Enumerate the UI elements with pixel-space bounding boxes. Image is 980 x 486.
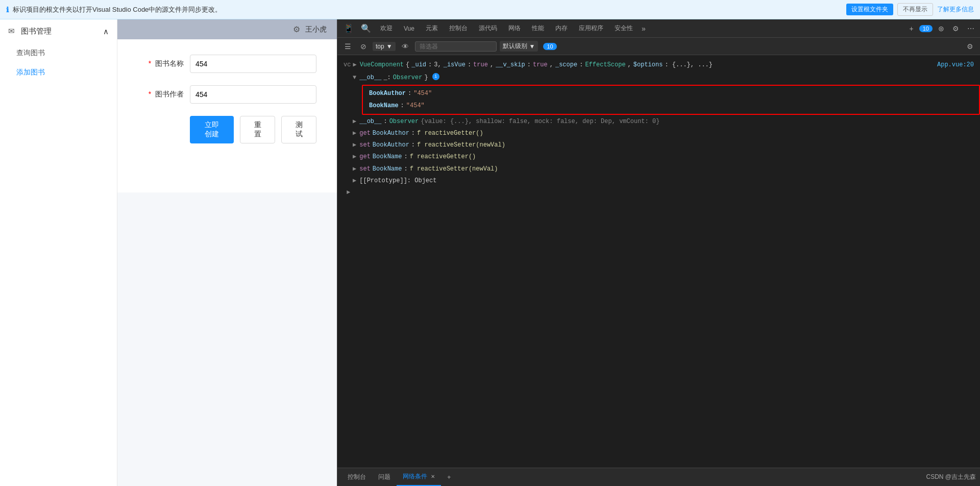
console-line-ob-expand: ▼ __ob__ _: Observer } i bbox=[347, 72, 980, 84]
main-container: ✉ 图书管理 ∧ 查询图书 添加图书 ⚙ 王小虎 bbox=[0, 19, 980, 486]
sidebar-item-query-book[interactable]: 查询图书 bbox=[0, 43, 117, 63]
tab-performance[interactable]: 性能 bbox=[527, 21, 549, 36]
book-name-key: BookName bbox=[369, 101, 399, 111]
tab-elements[interactable]: 元素 bbox=[421, 21, 443, 36]
tab-security[interactable]: 安全性 bbox=[609, 21, 638, 36]
device-icon[interactable]: 📱 bbox=[340, 22, 357, 34]
eye-icon[interactable]: 👁 bbox=[399, 41, 412, 52]
add-tab-icon[interactable]: + bbox=[907, 23, 916, 34]
get-book-name-key: BookName bbox=[373, 152, 402, 162]
set-author-colon: : bbox=[411, 140, 415, 150]
book-name-input[interactable] bbox=[190, 55, 316, 73]
bottom-tab-problems[interactable]: 问题 bbox=[372, 469, 397, 485]
console-line-get-book-name: ▶ get BookName : f reactiveGetter() bbox=[337, 151, 980, 163]
ob-colon: _: bbox=[383, 73, 390, 83]
test-button[interactable]: 测试 bbox=[281, 116, 316, 143]
toolbar-right: ⚙ bbox=[964, 41, 976, 52]
tab-welcome[interactable]: 欢迎 bbox=[375, 21, 398, 36]
sidebar-collapse-icon[interactable]: ∧ bbox=[103, 27, 109, 36]
tab-vue[interactable]: Vue bbox=[399, 22, 420, 35]
devtools-content[interactable]: vc ▶ VueComponent { _uid : 3, _isVue : t… bbox=[337, 55, 980, 468]
get-author-colon: : bbox=[411, 129, 415, 138]
app-content-header: ⚙ 王小虎 bbox=[117, 19, 337, 39]
devtools-panel: 📱 🔍 欢迎 Vue 元素 控制台 源代码 网络 性能 bbox=[337, 19, 980, 486]
bottom-tab-network-conditions[interactable]: 网络条件 ✕ bbox=[397, 468, 441, 486]
level-select[interactable]: 默认级别 ▼ bbox=[500, 41, 538, 52]
vc-scope-key: _scope bbox=[555, 60, 577, 70]
filter-input[interactable] bbox=[415, 41, 497, 52]
vc-uid-val: 3, bbox=[434, 60, 441, 70]
set-root-folder-button[interactable]: 设置根文件夹 bbox=[846, 4, 893, 15]
create-button[interactable]: 立即创建 bbox=[190, 116, 234, 143]
bottom-tab-console[interactable]: 控制台 bbox=[341, 469, 372, 485]
tab-memory[interactable]: 内存 bbox=[550, 21, 573, 36]
devtools-settings-icon[interactable]: ⚙ bbox=[950, 23, 962, 34]
expand-ob2-icon[interactable]: ▶ bbox=[353, 117, 356, 127]
clear-console-icon[interactable]: ⊘ bbox=[357, 41, 370, 52]
console-line-set-book-author: ▶ set BookAuthor : f reactiveSetter(newV… bbox=[337, 139, 980, 151]
devtools-bottom: 控制台 问题 网络条件 ✕ + CSDN @吉土先森 bbox=[337, 468, 980, 486]
console-line-vc: vc ▶ VueComponent { _uid : 3, _isVue : t… bbox=[337, 59, 980, 71]
learn-more-link[interactable]: 了解更多信息 bbox=[937, 5, 974, 14]
set-keyword: set bbox=[359, 140, 371, 150]
add-bottom-tab-icon[interactable]: + bbox=[441, 470, 457, 485]
get-book-author-key: BookAuthor bbox=[373, 129, 409, 138]
tab-network[interactable]: 网络 bbox=[503, 21, 526, 36]
cast-icon[interactable]: ⊛ bbox=[936, 23, 947, 34]
ob2-props: {value: {...}, shallow: false, mock: fal… bbox=[421, 117, 659, 127]
console-line-book-author: BookAuthor : "454" bbox=[363, 88, 979, 100]
collapse-ob-icon[interactable]: ▼ bbox=[353, 73, 356, 83]
hide-notif-button[interactable]: 不再显示 bbox=[897, 3, 933, 16]
expand-get-author-icon[interactable]: ▶ bbox=[353, 129, 356, 138]
book-name-value: "454" bbox=[406, 101, 425, 111]
expand-proto-icon[interactable]: ▶ bbox=[353, 176, 356, 186]
bottom-right-text: CSDN @吉土先森 bbox=[926, 473, 976, 481]
set-author-fn: f reactiveSetter(newVal) bbox=[417, 140, 505, 150]
devtools-more-icon[interactable]: ⋯ bbox=[965, 23, 977, 34]
sidebar-item-add-book[interactable]: 添加图书 bbox=[0, 63, 117, 82]
expand-set-name-icon[interactable]: ▶ bbox=[353, 164, 356, 174]
get-keyword: get bbox=[359, 129, 371, 138]
expand-get-name-icon[interactable]: ▶ bbox=[353, 152, 356, 162]
set-book-author-key: BookAuthor bbox=[373, 140, 409, 150]
ob2-type: Observer bbox=[389, 117, 419, 127]
set-name-fn: f reactiveSetter(newVal) bbox=[410, 164, 498, 174]
network-conditions-close-icon[interactable]: ✕ bbox=[431, 474, 435, 479]
tab-sources[interactable]: 源代码 bbox=[474, 21, 502, 36]
set-name-colon: : bbox=[404, 164, 407, 174]
book-author-input[interactable] bbox=[190, 85, 316, 104]
sidebar-toggle-icon[interactable]: ☰ bbox=[341, 41, 354, 52]
required-star-name: * bbox=[149, 59, 151, 67]
more-tabs-icon[interactable]: » bbox=[639, 23, 648, 34]
reset-button[interactable]: 重置 bbox=[240, 116, 275, 143]
line-prefix-vc: vc bbox=[344, 60, 351, 70]
get-keyword2: get bbox=[359, 152, 371, 162]
info-icon: ℹ bbox=[6, 6, 9, 14]
set-book-name-key: BookName bbox=[373, 164, 402, 174]
expand-vc-icon[interactable]: ▶ bbox=[353, 60, 356, 70]
proto-text: [[Prototype]]: Object bbox=[359, 176, 436, 186]
inspect-icon[interactable]: 🔍 bbox=[358, 22, 374, 34]
console-line-ob2: ▶ __ob__ : Observer {value: {...}, shall… bbox=[337, 116, 980, 128]
expand-set-author-icon[interactable]: ▶ bbox=[353, 140, 356, 150]
tab-console[interactable]: 控制台 bbox=[444, 21, 473, 36]
book-author-key: BookAuthor bbox=[369, 89, 406, 99]
sidebar-header[interactable]: ✉ 图书管理 ∧ bbox=[0, 19, 117, 43]
devtools-gear-icon[interactable]: ⚙ bbox=[964, 41, 976, 52]
vc-vskip-val: true bbox=[533, 60, 548, 70]
required-star-author: * bbox=[149, 90, 151, 98]
tabs-right: + 10 ⊛ ⚙ ⋯ bbox=[907, 23, 977, 34]
top-selector[interactable]: top ▼ bbox=[373, 42, 396, 51]
top-dropdown-icon: ▼ bbox=[386, 43, 393, 50]
close-brace: ► bbox=[347, 188, 350, 198]
sidebar-title: 图书管理 bbox=[21, 27, 52, 35]
vc-comma2: , bbox=[550, 60, 553, 70]
vc-brace-open: { bbox=[406, 60, 409, 70]
vc-colon4: : bbox=[579, 60, 583, 70]
settings-icon[interactable]: ⚙ bbox=[293, 25, 300, 34]
get-name-colon: : bbox=[404, 152, 407, 162]
app-vue-link[interactable]: App.vue:20 bbox=[937, 60, 974, 70]
notif-text: 标识项目的根文件夹以打开Visual Studio Code中的源文件并同步更改… bbox=[13, 5, 842, 14]
tab-application[interactable]: 应用程序 bbox=[574, 21, 608, 36]
vc-uid-key: _uid bbox=[411, 60, 426, 70]
